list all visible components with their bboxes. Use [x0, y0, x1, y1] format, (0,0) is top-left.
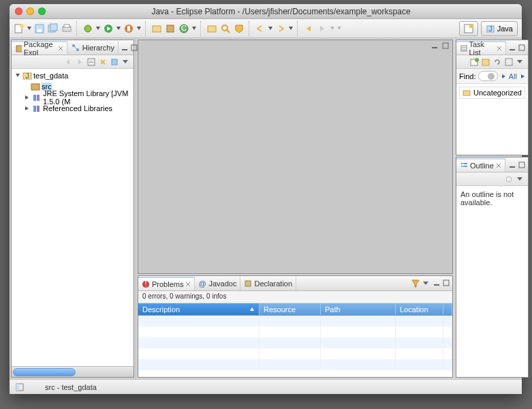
last-edit-icon[interactable]	[255, 23, 266, 34]
dropdown-icon[interactable]	[268, 27, 272, 31]
zoom-window-button[interactable]	[38, 7, 46, 15]
dropdown-icon[interactable]	[96, 27, 100, 31]
tab-problems[interactable]: ! Problems	[138, 277, 195, 290]
dropdown-icon[interactable]	[337, 27, 341, 31]
dropdown-icon[interactable]	[192, 27, 196, 31]
new-task-icon[interactable]	[469, 57, 479, 67]
open-perspective-button[interactable]	[459, 21, 478, 36]
table-row[interactable]	[138, 359, 452, 370]
clear-icon[interactable]	[488, 73, 495, 80]
tab-outline[interactable]: Outline	[456, 158, 505, 172]
arrow-right-icon[interactable]	[501, 74, 506, 79]
problems-table-body[interactable]	[138, 316, 452, 377]
horizontal-scrollbar[interactable]	[12, 366, 134, 377]
java-perspective-button[interactable]: J Java	[481, 21, 518, 36]
view-menu-icon[interactable]	[422, 279, 431, 288]
annotation-icon[interactable]	[234, 23, 245, 34]
view-menu-icon[interactable]	[516, 175, 525, 184]
debug-icon[interactable]	[82, 23, 93, 34]
twisty-expanded-icon[interactable]	[14, 72, 21, 79]
dropdown-icon[interactable]	[116, 27, 121, 31]
close-window-button[interactable]	[15, 7, 22, 15]
twisty-collapsed-icon[interactable]	[24, 94, 31, 101]
package-explorer-tree[interactable]: J test_gdata src JRE System Library [JVM…	[12, 69, 134, 366]
svg-rect-88	[461, 163, 463, 164]
editor-area[interactable]	[138, 40, 453, 274]
node-label: Referenced Libraries	[43, 104, 112, 112]
next-annotation-icon[interactable]	[275, 23, 286, 34]
fast-view-icon[interactable]	[15, 382, 25, 392]
forward-history-icon[interactable]	[75, 57, 84, 67]
back-history-icon[interactable]	[63, 57, 73, 67]
minimize-view-icon[interactable]	[508, 161, 516, 169]
new-java-project-icon[interactable]	[151, 23, 162, 34]
arrow-right-icon[interactable]	[520, 74, 525, 79]
print-icon[interactable]	[61, 23, 72, 34]
minimize-window-button[interactable]	[27, 7, 34, 15]
titlebar[interactable]: Java - Eclipse Platform - /Users/jfisher…	[10, 4, 522, 19]
column-location[interactable]: Location	[396, 303, 443, 315]
dropdown-icon[interactable]	[27, 27, 31, 31]
twisty-collapsed-icon[interactable]	[24, 105, 31, 112]
save-icon[interactable]	[34, 23, 45, 34]
view-menu-icon[interactable]	[516, 57, 525, 67]
tab-javadoc[interactable]: @ Javadoc	[195, 277, 240, 290]
categorize-icon[interactable]	[481, 57, 490, 67]
tab-task-list[interactable]: Task List	[456, 41, 506, 55]
collapse-all-icon[interactable]	[504, 57, 514, 67]
new-class-icon[interactable]: C	[178, 23, 189, 34]
dropdown-icon[interactable]	[330, 27, 334, 31]
search-icon[interactable]	[220, 23, 231, 34]
collapse-all-icon[interactable]	[87, 57, 96, 67]
svg-marker-29	[320, 26, 324, 31]
table-row[interactable]	[138, 316, 452, 327]
save-all-icon[interactable]	[48, 23, 59, 34]
close-icon[interactable]	[58, 46, 63, 51]
new-package-icon[interactable]	[165, 23, 176, 34]
table-row[interactable]	[138, 337, 452, 348]
maximize-view-icon[interactable]	[518, 44, 526, 52]
view-menu-icon[interactable]	[121, 57, 131, 67]
all-filter-link[interactable]: All	[509, 72, 517, 80]
table-row[interactable]	[138, 327, 452, 337]
minimize-editor-icon[interactable]	[431, 42, 439, 50]
column-description[interactable]: Description	[138, 303, 260, 315]
run-icon[interactable]	[103, 23, 114, 34]
task-list-body[interactable]: Uncategorized	[456, 84, 528, 155]
tab-package-explorer[interactable]: Package Expl	[12, 41, 67, 55]
back-icon[interactable]	[303, 23, 314, 34]
table-row[interactable]	[138, 348, 452, 359]
svg-marker-25	[236, 25, 242, 33]
new-wizard-icon[interactable]	[14, 23, 25, 34]
tab-declaration[interactable]: Declaration	[240, 277, 296, 290]
task-category[interactable]: Uncategorized	[459, 87, 525, 99]
minimize-view-icon[interactable]	[121, 44, 129, 52]
tab-hierarchy[interactable]: Hierarchy	[67, 41, 119, 55]
scrollbar-thumb[interactable]	[13, 368, 76, 376]
find-input[interactable]	[478, 71, 497, 81]
svg-rect-6	[50, 24, 57, 31]
tree-project[interactable]: J test_gdata	[12, 70, 134, 81]
focus-task-icon[interactable]	[504, 175, 514, 184]
column-resource[interactable]: Resource	[260, 303, 321, 315]
external-tools-icon[interactable]	[123, 23, 134, 34]
open-type-icon[interactable]	[206, 23, 217, 34]
maximize-view-icon[interactable]	[442, 279, 450, 287]
close-icon[interactable]	[185, 282, 191, 287]
close-icon[interactable]	[497, 46, 502, 51]
close-icon[interactable]	[496, 163, 501, 168]
link-editor-icon[interactable]	[98, 57, 108, 67]
filters-icon[interactable]	[110, 57, 119, 67]
dropdown-icon[interactable]	[137, 27, 141, 31]
dropdown-icon[interactable]	[289, 27, 293, 31]
column-path[interactable]: Path	[321, 303, 396, 315]
filters-icon[interactable]	[411, 279, 420, 288]
tree-jre-library[interactable]: JRE System Library [JVM 1.5.0 (M	[12, 92, 134, 103]
synchronize-icon[interactable]	[492, 57, 502, 67]
minimize-view-icon[interactable]	[508, 44, 516, 52]
maximize-view-icon[interactable]	[518, 161, 526, 169]
minimize-view-icon[interactable]	[433, 279, 441, 287]
maximize-editor-icon[interactable]	[441, 42, 450, 50]
forward-icon[interactable]	[317, 23, 328, 34]
tab-label: Hierarchy	[82, 44, 114, 52]
